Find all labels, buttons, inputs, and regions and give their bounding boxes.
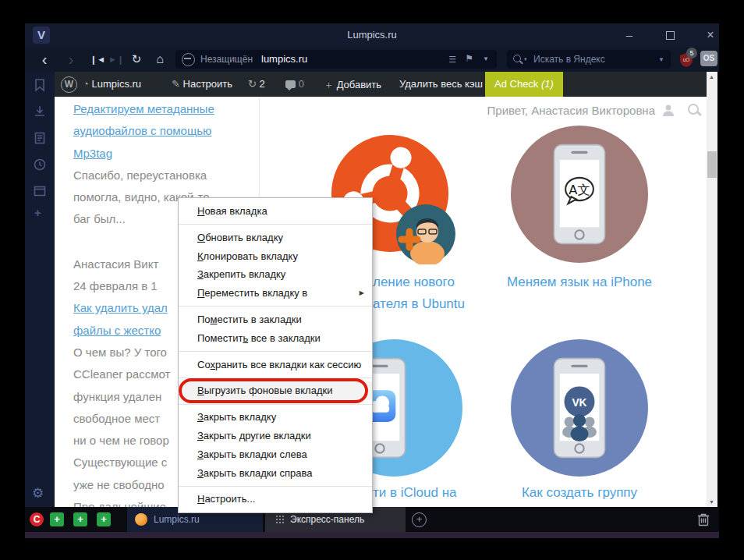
menu-item-закрыть-вкладку[interactable]: Закрыть вкладку bbox=[179, 408, 372, 427]
downloads-panel-icon[interactable] bbox=[33, 105, 47, 119]
menu-separator bbox=[179, 486, 372, 487]
menu-separator bbox=[179, 224, 372, 225]
extension-button[interactable]: OS bbox=[700, 51, 717, 66]
url-text[interactable]: lumpics.ru bbox=[261, 53, 307, 65]
settings-gear-icon[interactable]: ⚙ bbox=[32, 485, 44, 502]
wordpress-logo-icon[interactable]: W bbox=[61, 76, 77, 93]
plus-icon: ＋ bbox=[324, 79, 337, 90]
article-thumb-iphone-language[interactable]: A文 bbox=[511, 126, 648, 263]
comment-link[interactable]: Редактируем метаданные bbox=[73, 98, 257, 120]
adblock-badge: 5 bbox=[686, 48, 697, 58]
comment-bubble-icon bbox=[285, 80, 296, 88]
menu-item-поместить-все-в-закладки[interactable]: Поместить все в закладки bbox=[179, 329, 372, 348]
wp-updates-menu[interactable]: ↻ 2 bbox=[248, 78, 265, 90]
address-bar[interactable]: Незащищён lumpics.ru ☰ ⚑ ▼ bbox=[175, 50, 497, 69]
page-content: Редактируем метаданныеаудиофайлов с помо… bbox=[55, 97, 707, 507]
scrollbar-thumb[interactable] bbox=[707, 151, 717, 178]
search-engine-caret-icon[interactable]: ▾ bbox=[524, 56, 527, 62]
rewind-button[interactable]: ❙◄ bbox=[89, 51, 106, 67]
caption-ubuntu-line2[interactable]: ателя в Ubuntu bbox=[373, 296, 465, 312]
minimize-button[interactable]: – bbox=[618, 26, 641, 44]
add-user-avatar-icon bbox=[395, 204, 456, 264]
window-title: Lumpics.ru bbox=[25, 29, 719, 41]
caption-vk-group[interactable]: Как создать группу bbox=[501, 485, 657, 501]
submenu-arrow-icon: ▶ bbox=[360, 284, 364, 303]
menu-item-поместить-в-закладки[interactable]: Поместить в закладки bbox=[179, 310, 372, 329]
menu-item-сохранить-все-вкладки-как-сессию[interactable]: Сохранить все вкладки как сессию bbox=[179, 356, 372, 374]
caption-iphone-language[interactable]: Меняем язык на iPhone bbox=[501, 275, 657, 290]
comment-link[interactable]: аудиофайлов с помощью bbox=[73, 120, 257, 142]
reader-view-icon[interactable]: ☰ bbox=[448, 55, 456, 65]
bookmarks-panel-icon[interactable] bbox=[33, 78, 47, 92]
page-scrollbar[interactable]: ▲ ▼ bbox=[707, 72, 717, 507]
search-placeholder: Искать в Яндекс bbox=[533, 54, 605, 65]
gauge-icon: ◔ bbox=[83, 78, 91, 90]
panel-sidebar: + ⚙ bbox=[25, 72, 55, 507]
user-profile-icon[interactable] bbox=[661, 104, 675, 116]
site-info-globe-icon[interactable] bbox=[182, 53, 195, 66]
article-thumb-vk-group[interactable]: VK bbox=[511, 339, 648, 477]
title-bar: V Lumpics.ru – × bbox=[25, 23, 719, 47]
wp-site-menu[interactable]: ◔ Lumpics.ru bbox=[83, 78, 141, 90]
pinned-tab-sheet-3[interactable]: + bbox=[97, 512, 111, 526]
maximize-button[interactable] bbox=[658, 26, 682, 44]
menu-separator bbox=[179, 306, 372, 307]
menu-item-закрыть-вкладки-слева[interactable]: Закрыть вкладки слева bbox=[179, 445, 372, 464]
menu-item-переместить-вкладку-в[interactable]: Переместить вкладку в▶ bbox=[179, 284, 372, 303]
wp-clear-cache-menu[interactable]: Удалить весь кэш bbox=[399, 78, 483, 90]
menu-item-клонировать-вкладку[interactable]: Клонировать вкладку bbox=[179, 247, 372, 266]
menu-item-закрыть-другие-вкладки[interactable]: Закрыть другие вкладки bbox=[179, 427, 372, 445]
comment-link[interactable]: Mp3tag bbox=[73, 143, 257, 165]
wp-comments-menu[interactable]: 0 bbox=[285, 78, 304, 90]
pinned-tab-ccleaner[interactable]: C bbox=[30, 512, 44, 526]
back-button[interactable]: ‹ bbox=[36, 51, 53, 67]
window-bottom-edge bbox=[25, 532, 719, 538]
brush-icon: ✎ bbox=[172, 78, 183, 90]
menu-item-обновить-вкладку[interactable]: Обновить вкладку bbox=[179, 229, 372, 247]
lumpics-favicon bbox=[135, 513, 147, 526]
home-button[interactable]: ⌂ bbox=[151, 51, 168, 67]
caption-ubuntu-line1[interactable]: ление нового bbox=[373, 275, 455, 290]
svg-text:A文: A文 bbox=[569, 183, 590, 197]
wp-add-new-menu[interactable]: ＋ Добавить bbox=[324, 78, 381, 92]
site-search-icon[interactable] bbox=[688, 104, 700, 116]
navigation-bar: ‹ › ❙◄ ►❙ ↻ ⌂ Незащищён lumpics.ru ☰ ⚑ ▼… bbox=[25, 47, 719, 72]
wp-customize-menu[interactable]: ✎ Настроить bbox=[172, 78, 232, 90]
close-button[interactable]: × bbox=[699, 26, 722, 44]
search-engine-icon[interactable] bbox=[513, 55, 521, 62]
adblock-extension-button[interactable]: uO 5 bbox=[678, 51, 694, 68]
wp-admin-bar: W ◔ Lumpics.ru ✎ Настроить ↻ 2 0 ＋ Добав… bbox=[55, 72, 707, 97]
speed-dial-grid-icon bbox=[276, 516, 284, 523]
notes-panel-icon[interactable] bbox=[33, 131, 47, 145]
wp-ad-check-menu[interactable]: Ad Check (1) bbox=[485, 72, 563, 97]
forward-button[interactable]: › bbox=[62, 51, 80, 67]
pinned-tab-sheet-1[interactable]: + bbox=[50, 512, 64, 526]
closed-tabs-trash-icon[interactable] bbox=[697, 512, 710, 526]
scroll-down-icon[interactable]: ▼ bbox=[709, 499, 714, 505]
search-field[interactable]: ▾ Искать в Яндекс ▼ bbox=[507, 50, 671, 69]
fast-forward-button[interactable]: ►❙ bbox=[108, 51, 125, 67]
caption-icloud[interactable]: ти в iCloud на bbox=[373, 485, 457, 501]
pinned-tab-sheet-2[interactable]: + bbox=[73, 512, 87, 526]
tab-context-menu: Новая вкладкаОбновить вкладкуКлонировать… bbox=[178, 197, 373, 513]
bookmark-flag-icon[interactable]: ⚑ bbox=[465, 53, 473, 64]
reload-button[interactable]: ↻ bbox=[128, 51, 145, 67]
svg-text:VK: VK bbox=[572, 396, 586, 409]
user-greeting: Привет, Анастасия Викторовна bbox=[421, 104, 655, 117]
add-web-panel-icon[interactable]: + bbox=[34, 206, 41, 219]
scroll-up-icon[interactable]: ▲ bbox=[709, 74, 714, 80]
window-panel-icon[interactable] bbox=[33, 184, 47, 198]
menu-item-новая-вкладка[interactable]: Новая вкладка bbox=[179, 202, 372, 221]
security-label: Незащищён bbox=[200, 54, 253, 65]
updates-icon: ↻ bbox=[248, 78, 260, 90]
menu-item-настроить-[interactable]: Настроить... bbox=[179, 490, 372, 509]
search-dropdown-icon[interactable]: ▼ bbox=[658, 56, 664, 63]
history-panel-icon[interactable] bbox=[33, 158, 47, 172]
menu-item-закрепить-вкладку[interactable]: Закрепить вкладку bbox=[179, 265, 372, 284]
address-dropdown-icon[interactable]: ▼ bbox=[483, 55, 489, 62]
maximize-icon bbox=[666, 31, 675, 40]
comment-text: Спасибо, переустановка bbox=[73, 165, 257, 186]
menu-item-закрыть-вкладки-справа[interactable]: Закрыть вкладки справа bbox=[179, 464, 372, 483]
menu-separator bbox=[179, 351, 372, 352]
new-tab-button[interactable]: + bbox=[412, 512, 427, 527]
